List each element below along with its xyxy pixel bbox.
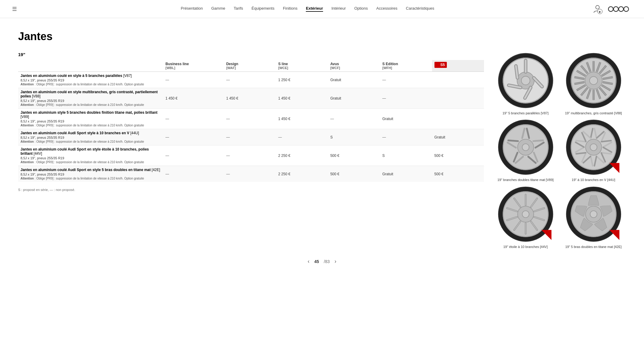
- next-page-button[interactable]: ›: [335, 258, 336, 265]
- nav-interieur[interactable]: Intérieur: [332, 6, 346, 12]
- item-cell: Jantes en aluminium coulé en style à 5 b…: [18, 72, 163, 88]
- col-header-design: Design [WAF]: [224, 60, 276, 72]
- col-header-business: Business line [WBL]: [163, 60, 224, 72]
- total-pages: /83: [324, 259, 330, 264]
- nav-presentation[interactable]: Présentation: [181, 6, 203, 12]
- price-sedition: —: [380, 88, 432, 109]
- svg-point-64: [589, 77, 598, 85]
- price-business: —: [163, 145, 224, 166]
- price-business: —: [163, 109, 224, 129]
- nav-caracteristiques[interactable]: Caractéristiques: [406, 6, 434, 12]
- wheel-item-42e: 19" 5 bras doubles en titane mat [42E]: [561, 186, 626, 249]
- price-business: 1 450 €: [163, 88, 224, 109]
- price-sline: —: [276, 129, 328, 145]
- price-design: —: [224, 72, 276, 88]
- table-row: Jantes en aluminium style 5 branches dou…: [18, 109, 484, 129]
- price-s5: [432, 72, 484, 88]
- nav-gamme[interactable]: Gamme: [211, 6, 225, 12]
- price-s5: [432, 109, 484, 129]
- col-header-avus: Avus [WCF]: [328, 60, 380, 72]
- wheel-item-44u: 19" à 10 branches en V [44U]: [561, 119, 626, 182]
- wheel-caption-v87: 19" 5 branches parallèles [V87]: [502, 111, 549, 116]
- item-cell: Jantes en aluminium coulé en style multi…: [18, 88, 163, 109]
- wheel-item-44v: 19" étoile à 10 branches [44V]: [493, 186, 558, 249]
- price-design: —: [224, 109, 276, 129]
- nav-exterieur[interactable]: Extérieur: [306, 6, 323, 12]
- price-business: —: [163, 166, 224, 182]
- nav-accessoires[interactable]: Accessoires: [376, 6, 397, 12]
- wheel-image-v87: [497, 52, 554, 109]
- svg-point-0: [596, 5, 599, 9]
- user-icon[interactable]: ▶: [592, 4, 603, 14]
- wheel-caption-44v: 19" étoile à 10 branches [44V]: [503, 245, 548, 249]
- navigation: ☰ Présentation Gamme Tarifs Équipements …: [0, 0, 644, 18]
- nav-links: Présentation Gamme Tarifs Équipements Fi…: [23, 6, 592, 12]
- price-design: —: [224, 129, 276, 145]
- price-design: —: [224, 145, 276, 166]
- svg-rect-7: [437, 64, 440, 66]
- price-avus: 500 €: [328, 145, 380, 166]
- size-header: 19": [18, 52, 484, 57]
- wheel-image-42e: [565, 186, 622, 243]
- wheel-image-44v: [497, 186, 554, 243]
- price-sedition: S: [380, 145, 432, 166]
- footer-note: S : proposé en série, — : non proposé.: [18, 188, 484, 192]
- svg-point-140: [590, 211, 597, 218]
- price-sedition: —: [380, 72, 432, 88]
- jantes-table: Business line [WBL] Design [WAF] S line …: [18, 60, 484, 182]
- prev-page-button[interactable]: ‹: [308, 258, 309, 265]
- price-s5: 500 €: [432, 145, 484, 166]
- s5-badge: S5: [434, 62, 447, 68]
- wheel-caption-v88: 19" multibranches, gris contrasté [V88]: [565, 111, 622, 116]
- wheel-image-44u: [565, 119, 622, 176]
- wheel-image-v88: [565, 52, 622, 109]
- page-title: Jantes: [18, 30, 626, 43]
- nav-options[interactable]: Options: [354, 6, 368, 12]
- price-s5: Gratuit: [432, 129, 484, 145]
- price-avus: Gratuit: [328, 72, 380, 88]
- svg-text:▶: ▶: [599, 10, 601, 13]
- price-sedition: Gratuit: [380, 109, 432, 129]
- col-header-item: [18, 60, 163, 72]
- nav-tarifs[interactable]: Tarifs: [234, 6, 243, 12]
- price-design: —: [224, 166, 276, 182]
- col-header-s5: S5: [432, 60, 484, 72]
- table-row: Jantes en aluminium coulé Audi Sport en …: [18, 166, 484, 182]
- main-content: Jantes 19" Business line [WBL] Design [W…: [0, 18, 644, 277]
- wheel-item-v87: 19" 5 branches parallèles [V87]: [493, 52, 558, 116]
- current-page: 45: [314, 259, 319, 264]
- wheels-grid: 19" 5 branches parallèles [V87]: [493, 52, 626, 249]
- price-s5: [432, 88, 484, 109]
- price-sline: 1 450 €: [276, 88, 328, 109]
- pagination: ‹ 45 /83 ›: [18, 258, 626, 265]
- item-cell: Jantes en aluminium coulé Audi Sport sty…: [18, 129, 163, 145]
- svg-point-80: [522, 144, 529, 151]
- svg-point-106: [590, 144, 597, 151]
- wheel-caption-44u: 19" à 10 branches en V [44U]: [572, 178, 615, 182]
- col-header-sedition: S Edition [WFH]: [380, 60, 432, 72]
- audi-logo: [608, 5, 632, 14]
- table-row: Jantes en aluminium coulé en style multi…: [18, 88, 484, 109]
- nav-right: ▶: [592, 4, 632, 14]
- nav-finitions[interactable]: Finitions: [283, 6, 297, 12]
- price-avus: S: [328, 129, 380, 145]
- table-row: Jantes en aluminium coulé Audi Sport sty…: [18, 129, 484, 145]
- price-sline: 2 250 €: [276, 145, 328, 166]
- images-section: 19" 5 branches parallèles [V87]: [493, 52, 626, 249]
- price-design: 1 450 €: [224, 88, 276, 109]
- wheel-image-v89: [497, 119, 554, 176]
- svg-point-22: [521, 76, 530, 85]
- item-cell: Jantes en aluminium style 5 branches dou…: [18, 109, 163, 129]
- price-sline: 2 250 €: [276, 166, 328, 182]
- wheel-caption-42e: 19" 5 bras doubles en titane mat [42E]: [565, 245, 622, 249]
- table-row: Jantes en aluminium coulé en style à 5 b…: [18, 72, 484, 88]
- content-layout: 19" Business line [WBL] Design [WAF]: [18, 52, 626, 249]
- item-cell: Jantes en aluminium coulé Audi Sport en …: [18, 145, 163, 166]
- svg-point-133: [522, 211, 529, 218]
- nav-equipements[interactable]: Équipements: [252, 6, 274, 12]
- table-section: 19" Business line [WBL] Design [WAF]: [18, 52, 484, 249]
- hamburger-menu[interactable]: ☰: [12, 6, 17, 12]
- table-row: Jantes en aluminium coulé Audi Sport en …: [18, 145, 484, 166]
- price-sline: 1 250 €: [276, 72, 328, 88]
- svg-point-5: [619, 7, 623, 11]
